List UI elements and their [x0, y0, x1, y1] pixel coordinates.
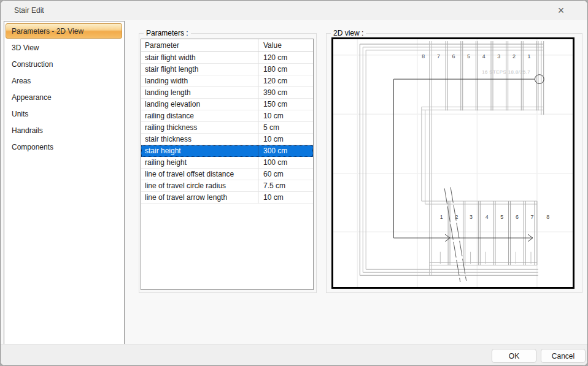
parameter-cell: line of travel offset distance — [141, 169, 258, 180]
step-number: 4 — [482, 53, 485, 59]
step-number: 8 — [546, 214, 549, 220]
table-row[interactable]: stair flight length180 cm — [141, 64, 313, 75]
table-row[interactable]: landing length390 cm — [141, 87, 313, 99]
view-2d-group: 2D view : — [326, 33, 582, 293]
parameters-rows: stair flight width120 cmstair flight len… — [141, 52, 313, 204]
window-title: Stair Edit — [14, 1, 44, 20]
step-number: 2 — [455, 214, 458, 220]
table-row[interactable]: railing height100 cm — [141, 157, 313, 169]
step-number: 7 — [437, 53, 440, 59]
table-row[interactable]: stair thickness10 cm — [141, 134, 313, 145]
value-cell: 10 cm — [258, 110, 313, 122]
step-number: 5 — [500, 214, 503, 220]
column-header-value[interactable]: Value — [258, 39, 313, 51]
step-number: 3 — [497, 53, 500, 59]
parameter-cell: stair flight width — [141, 52, 258, 64]
table-row[interactable]: line of travel offset distance60 cm — [141, 169, 313, 180]
value-cell: 60 cm — [258, 169, 313, 180]
cancel-button[interactable]: Cancel — [541, 349, 586, 363]
value-cell: 390 cm — [258, 87, 313, 99]
stair-edit-dialog: Stair Edit × Parameters - 2D View3D View… — [0, 0, 588, 366]
value-cell: 100 cm — [258, 157, 313, 169]
table-row[interactable]: railing distance10 cm — [141, 110, 313, 122]
step-number: 6 — [452, 53, 455, 59]
value-cell: 7.5 cm — [258, 180, 313, 192]
parameter-cell: landing length — [141, 87, 258, 99]
view-2d-group-label: 2D view : — [331, 29, 366, 37]
parameters-table[interactable]: Parameter Value stair flight width120 cm… — [141, 39, 314, 290]
steps-annotation: 16 STEPS 18.8/25.7 — [482, 69, 530, 75]
parameter-cell: stair flight length — [141, 64, 258, 75]
table-header: Parameter Value — [141, 39, 313, 52]
table-row[interactable]: railing thickness5 cm — [141, 122, 313, 134]
table-row[interactable]: stair flight width120 cm — [141, 52, 313, 64]
table-row[interactable]: landing width120 cm — [141, 75, 313, 87]
value-cell: 5 cm — [258, 122, 313, 134]
step-number: 1 — [528, 53, 531, 59]
footer-bar: OK Cancel — [1, 344, 587, 365]
step-numbers: 8765432112345678 — [422, 53, 549, 220]
ok-button[interactable]: OK — [492, 349, 536, 363]
sidebar-item-components[interactable]: Components — [6, 139, 122, 155]
value-cell: 120 cm — [258, 52, 313, 64]
sidebar-item-handrails[interactable]: Handrails — [6, 122, 122, 139]
table-row[interactable]: line of travel circle radius7.5 cm — [141, 180, 313, 192]
step-number: 4 — [485, 214, 489, 220]
table-row[interactable]: stair height300 cm — [141, 145, 313, 157]
parameter-cell: railing height — [141, 157, 258, 169]
step-number: 6 — [516, 214, 519, 220]
value-cell: 10 cm — [258, 134, 313, 145]
close-icon[interactable]: × — [553, 3, 569, 18]
parameter-cell: stair height — [141, 145, 258, 157]
titlebar[interactable]: Stair Edit × — [1, 1, 587, 20]
sidebar-item-areas[interactable]: Areas — [6, 72, 122, 89]
parameter-cell: landing width — [141, 75, 258, 87]
sidebar-item-parameters-2d-view[interactable]: Parameters - 2D View — [6, 23, 122, 39]
parameter-cell: line of travel circle radius — [141, 180, 258, 192]
parameter-cell: line of travel arrow length — [141, 192, 258, 204]
sidebar-item-3d-view[interactable]: 3D View — [6, 39, 122, 56]
value-cell: 180 cm — [258, 64, 313, 75]
value-cell: 10 cm — [258, 192, 313, 204]
value-cell: 150 cm — [258, 99, 313, 110]
parameter-cell: railing thickness — [141, 122, 258, 134]
sidebar-item-appearance[interactable]: Appearance — [6, 89, 122, 105]
parameter-cell: railing distance — [141, 110, 258, 122]
value-cell: 300 cm — [258, 145, 313, 157]
sidebar-item-construction[interactable]: Construction — [6, 56, 122, 72]
table-row[interactable]: landing elevation150 cm — [141, 99, 313, 110]
sidebar-item-units[interactable]: Units — [6, 105, 122, 122]
parameters-group-label: Parameters : — [144, 29, 191, 37]
value-cell: 120 cm — [258, 75, 313, 87]
stair-walls — [360, 41, 543, 275]
stair-plan-canvas[interactable]: 16 STEPS 18.8/25.7 8765432112345678 — [331, 37, 574, 289]
parameter-cell: landing elevation — [141, 99, 258, 110]
step-number: 7 — [531, 214, 534, 220]
table-row[interactable]: line of travel arrow length10 cm — [141, 192, 313, 204]
sidebar: Parameters - 2D View3D ViewConstructionA… — [4, 21, 125, 345]
step-number: 3 — [470, 214, 473, 220]
step-number: 2 — [513, 53, 516, 59]
column-header-parameter[interactable]: Parameter — [141, 39, 258, 51]
step-number: 5 — [467, 53, 470, 59]
parameters-group: Parameters : Parameter Value stair fligh… — [139, 33, 317, 293]
parameter-cell: stair thickness — [141, 134, 258, 145]
step-number: 1 — [440, 214, 443, 220]
step-number: 8 — [422, 53, 425, 59]
